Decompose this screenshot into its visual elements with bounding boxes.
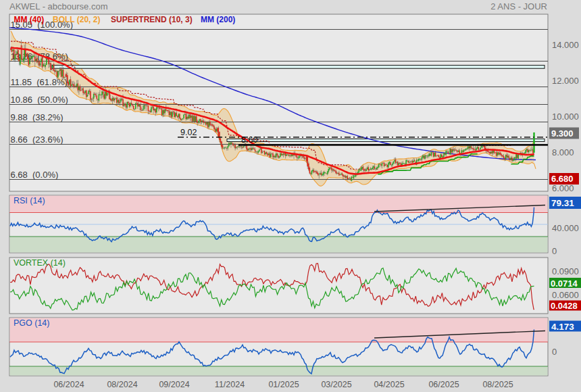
svg-text:6.68 (0.0%): 6.68 (0.0%) [11,170,59,180]
svg-text:08/2024: 08/2024 [107,380,137,389]
svg-text:6.000: 6.000 [552,183,574,193]
svg-text:06/2024: 06/2024 [53,380,84,389]
svg-text:MM (40): MM (40) [14,15,45,24]
svg-text:MM (200): MM (200) [201,15,235,24]
svg-text:8.000: 8.000 [552,147,574,157]
svg-text:SUPERTREND (10, 3): SUPERTREND (10, 3) [111,15,193,24]
svg-text:6.680: 6.680 [551,174,574,184]
svg-text:PGO (14): PGO (14) [14,318,50,328]
svg-text:12.000: 12.000 [552,76,579,86]
svg-text:RSI (14): RSI (14) [14,196,45,205]
svg-text:10.000: 10.000 [552,112,579,122]
svg-text:0.0714: 0.0714 [551,278,578,289]
svg-text:0.0428: 0.0428 [551,301,578,311]
svg-text:9.300: 9.300 [551,128,574,139]
svg-text:11/2024: 11/2024 [215,380,245,389]
svg-text:0.0600: 0.0600 [552,290,579,300]
svg-text:0.0900: 0.0900 [552,266,579,276]
svg-text:08/2025: 08/2025 [482,380,513,389]
svg-text:0: 0 [552,347,557,357]
svg-text:40.000: 40.000 [552,223,579,233]
svg-text:8.60: 8.60 [241,135,257,145]
svg-text:09/2024: 09/2024 [159,380,189,389]
svg-text:11.85 (61.8%): 11.85 (61.8%) [11,77,68,87]
svg-text:8.66 (23.6%): 8.66 (23.6%) [11,134,64,145]
svg-text:4.173: 4.173 [551,322,574,332]
svg-text:9.02: 9.02 [180,128,197,137]
svg-text:VORTEX (14): VORTEX (14) [14,258,66,268]
svg-text:06/2025: 06/2025 [428,380,459,389]
svg-text:BOLL (20, 2): BOLL (20, 2) [53,15,100,24]
svg-text:14.000: 14.000 [552,40,579,50]
svg-text:2 ANS - JOUR: 2 ANS - JOUR [490,1,547,11]
svg-text:AKWEL - abcbourse.com: AKWEL - abcbourse.com [9,1,107,11]
svg-text:04/2025: 04/2025 [374,380,404,389]
svg-text:10.86 (50.0%): 10.86 (50.0%) [11,95,68,105]
svg-text:03/2025: 03/2025 [321,380,351,389]
svg-text:9.88 (38.2%): 9.88 (38.2%) [11,112,64,122]
svg-text:0: 0 [552,246,557,256]
svg-text:79.31: 79.31 [551,198,574,208]
svg-text:01/2025: 01/2025 [268,380,299,389]
